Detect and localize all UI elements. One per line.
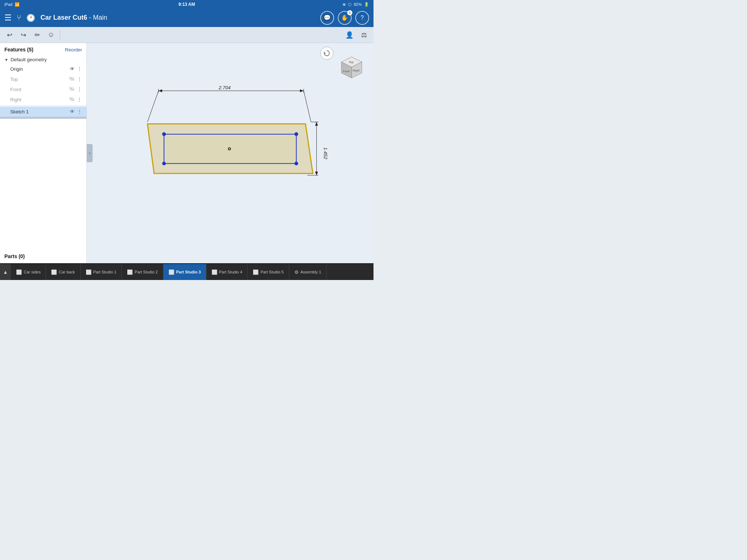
tabs-scroll-left[interactable]: ▲ [0,264,11,280]
feature-top[interactable]: Top ⋮ [0,74,86,84]
wifi-icon: 📶 [15,2,20,7]
parts-panel: Parts (0) [0,249,86,263]
title-bar-left: ☰ ⑂ 🕐 Car Laser Cut6 - Main [4,13,315,23]
battery-label: 82% [354,2,362,7]
hidden-eye-icon[interactable] [69,76,75,82]
svg-point-36 [229,148,230,149]
svg-marker-19 [300,89,303,92]
tab-label-car-sides: Car sides [24,270,40,274]
svg-line-26 [304,91,311,122]
toolbar-divider [60,30,60,40]
redo-button[interactable]: ↪ [17,28,30,42]
origin-label: Origin [10,66,70,72]
tab-part-studio-3[interactable]: ⬜ Part Studio 3 [163,264,206,280]
tab-label-ps4: Part Studio 4 [219,270,243,274]
status-right: ⊕ ⬡ 82% 🔋 [342,2,369,7]
bottom-tabs: ▲ ⬜ Car sides ⬜ Car back ⬜ Part Studio 1… [0,263,374,280]
tab-icon-ps3: ⬜ [169,269,174,275]
parts-title: Parts (0) [4,253,25,259]
resize-handle[interactable] [0,117,86,119]
status-bar: iPad 📶 9:13 AM ⊕ ⬡ 82% 🔋 [0,0,374,9]
battery-icon: 🔋 [364,2,369,7]
sketch-canvas: 2.704 1.452 [87,43,374,227]
menu-button[interactable]: ☰ [4,13,12,23]
tab-icon-ps2: ⬜ [127,269,133,275]
comment-button[interactable]: 💬 [320,11,334,25]
svg-point-32 [294,132,298,136]
viewport[interactable]: Top Right Front 2.704 1.452 [87,43,374,263]
status-time: 9:13 AM [178,2,195,7]
sidebar: Features (5) Reorder ▼ Default geometry … [0,43,87,263]
chevron-down-icon: ▼ [4,58,8,62]
more-icon[interactable]: ⋮ [77,66,82,72]
feature-front[interactable]: Front ⋮ [0,84,86,94]
front-label: Front [10,87,69,92]
feature-origin[interactable]: Origin 👁 ⋮ [0,64,86,74]
svg-point-31 [162,132,166,136]
svg-point-2 [71,78,73,79]
eye-icon-sketch[interactable]: 👁 [70,109,75,114]
tab-part-studio-1[interactable]: ⬜ Part Studio 1 [81,264,122,280]
tab-part-studio-4[interactable]: ⬜ Part Studio 4 [206,264,248,280]
bluetooth-icon: ⬡ [348,2,352,7]
device-label: iPad [4,2,12,7]
svg-marker-24 [315,172,318,175]
eye-icon[interactable]: 👁 [70,66,75,72]
features-header: Features (5) Reorder [0,43,86,55]
tab-icon-car-back: ⬜ [51,269,57,275]
tab-car-back[interactable]: ⬜ Car back [46,264,80,280]
tab-label-ps5: Part Studio 5 [260,270,284,274]
tab-part-studio-5[interactable]: ⬜ Part Studio 5 [248,264,289,280]
tab-icon-ps1: ⬜ [86,269,92,275]
tab-icon-ps5: ⬜ [253,269,259,275]
tab-label-ps2: Part Studio 2 [135,270,158,274]
tab-car-sides[interactable]: ⬜ Car sides [11,264,46,280]
tab-label-assembly: Assembly 1 [301,270,321,274]
right-label: Right [10,97,69,102]
scale-button[interactable]: ⚖ [357,28,371,42]
emoji-button[interactable]: ☺ [44,28,58,42]
svg-marker-23 [315,122,318,126]
title-bar: ☰ ⑂ 🕐 Car Laser Cut6 - Main 💬 ✋ 1 ? [0,9,374,27]
more-icon-right[interactable]: ⋮ [77,97,82,102]
tab-icon-car-sides: ⬜ [16,269,22,275]
status-left: iPad 📶 [4,2,20,7]
page-title: Car Laser Cut6 - Main [40,14,107,22]
help-button[interactable]: ? [355,11,369,25]
feature-sketch1[interactable]: Sketch 1 👁 ⋮ [0,106,86,117]
branch-icon[interactable]: ⑂ [17,13,21,22]
feature-right[interactable]: Right ⋮ [0,94,86,105]
more-icon-front[interactable]: ⋮ [77,86,82,92]
hand-button[interactable]: ✋ 1 [338,11,352,25]
default-geometry-section[interactable]: ▼ Default geometry [0,55,86,64]
toolbar: ↩ ↪ ✏ ☺ 👤 ⚖ [0,27,374,43]
hidden-eye-icon-front[interactable] [69,86,75,92]
collapse-sidebar-button[interactable]: ‹ [87,144,93,162]
svg-point-33 [294,162,298,165]
location-icon: ⊕ [342,2,346,7]
undo-button[interactable]: ↩ [3,28,16,42]
history-icon[interactable]: 🕐 [26,13,35,22]
features-panel: Features (5) Reorder ▼ Default geometry … [0,43,86,249]
toolbar-right: 👤 ⚖ [343,28,371,42]
help-icon: ? [361,15,364,21]
person-button[interactable]: 👤 [343,28,356,42]
svg-point-5 [71,88,73,90]
tab-label-ps1: Part Studio 1 [93,270,117,274]
default-geometry-label: Default geometry [11,57,47,62]
tab-assembly-1[interactable]: ⚙ Assembly 1 [289,264,327,280]
more-icon-sketch[interactable]: ⋮ [77,109,82,114]
hidden-eye-icon-right[interactable] [69,97,75,102]
tab-label-ps3: Part Studio 3 [176,270,201,274]
reorder-link[interactable]: Reorder [65,47,82,52]
tab-part-studio-2[interactable]: ⬜ Part Studio 2 [122,264,163,280]
title-bar-right: 💬 ✋ 1 ? [320,11,369,25]
svg-marker-18 [159,89,162,92]
hand-badge: 1 [347,10,352,15]
sketch1-label: Sketch 1 [10,109,70,114]
top-label: Top [10,77,69,82]
more-icon-top[interactable]: ⋮ [77,76,82,82]
pencil-button[interactable]: ✏ [31,28,44,42]
hand-icon: ✋ [341,14,348,21]
sidebar-divider [0,105,86,106]
